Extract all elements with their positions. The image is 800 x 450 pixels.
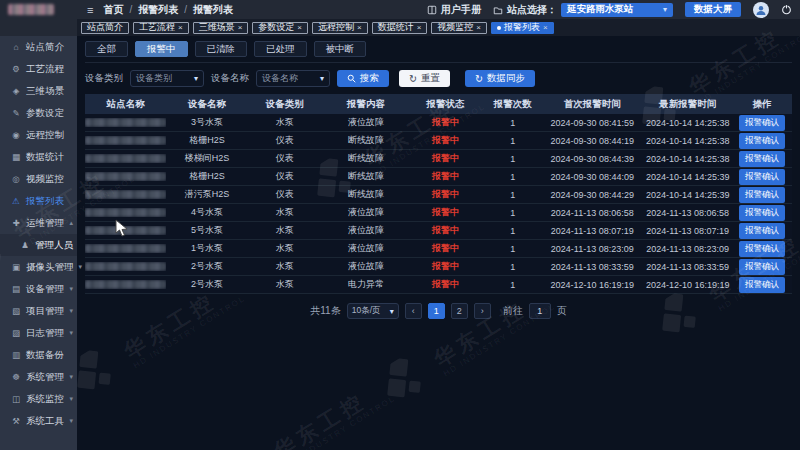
view-tab[interactable]: 三维场景× (193, 22, 249, 34)
sidebar-item-process[interactable]: ⚙工艺流程 (0, 58, 77, 80)
page-size-select[interactable]: 10条/页 ▾ (347, 303, 399, 319)
close-icon[interactable]: × (543, 23, 548, 32)
alarm-confirm-button[interactable]: 报警确认 (739, 241, 785, 257)
station-name-cell (85, 118, 166, 127)
sidebar-collapse-icon[interactable]: ≡ (87, 4, 93, 16)
sidebar-item-home[interactable]: ⌂站点简介 (0, 36, 77, 58)
view-tab-label: 远程控制 (318, 21, 354, 34)
alarm-confirm-button[interactable]: 报警确认 (739, 133, 785, 149)
goto-suffix: 页 (557, 304, 567, 318)
close-icon[interactable]: × (357, 23, 362, 32)
status-tab-被中断[interactable]: 被中断 (314, 41, 367, 57)
chevron-down-icon: ▾ (663, 5, 667, 14)
prev-page-button[interactable]: ‹ (405, 303, 422, 319)
alarm-status-cell: 报警中 (410, 242, 481, 255)
alarm-count-cell: 1 (481, 208, 545, 218)
power-icon[interactable] (781, 4, 792, 15)
close-icon[interactable]: × (178, 23, 183, 32)
view-tab[interactable]: 参数设定× (252, 22, 308, 34)
sidebar-item-data-stats[interactable]: ▦数据统计 (0, 146, 77, 168)
alarm-confirm-button[interactable]: 报警确认 (739, 169, 785, 185)
data-backup-icon: ▥ (11, 350, 21, 360)
sidebar-item-device-manage[interactable]: ▤设备管理▾ (0, 278, 77, 300)
status-tab-报警中[interactable]: 报警中 (135, 41, 188, 57)
close-icon[interactable]: × (297, 23, 302, 32)
view-tab[interactable]: 远程控制× (312, 22, 368, 34)
camera-manage-icon: ▣ (11, 262, 21, 272)
page-buttons: 12 (428, 303, 468, 319)
alarm-count-cell: 1 (481, 244, 545, 254)
status-tab-已清除[interactable]: 已清除 (195, 41, 248, 57)
redacted-station-name (85, 226, 166, 235)
sidebar-item-ops-manage[interactable]: ✚运维管理▴ (0, 212, 77, 234)
sidebar-item-project-manage[interactable]: ▧项目管理▾ (0, 300, 77, 322)
view-tab-label: 视频监控 (437, 21, 473, 34)
alarm-confirm-button[interactable]: 报警确认 (739, 151, 785, 167)
sidebar-item-video-monitor[interactable]: ◎视频监控 (0, 168, 77, 190)
data-sync-button[interactable]: ↻ 数据同步 (465, 70, 535, 87)
pagination: 共11条 10条/页 ▾ ‹ 12 › 前往 页 (85, 303, 792, 319)
sidebar-item-person[interactable]: ♟管理人员 (0, 234, 77, 256)
sidebar-item-log-manage[interactable]: ▨日志管理▾ (0, 322, 77, 344)
device-name-cell: 楼梯间H2S (166, 152, 247, 165)
view-tab[interactable]: 数据统计× (372, 22, 428, 34)
sidebar-item-system-tools[interactable]: ⚒系统工具▾ (0, 410, 77, 432)
sidebar-item-alarm-list[interactable]: ⚠报警列表 (0, 190, 77, 212)
status-tab-已处理[interactable]: 已处理 (254, 41, 307, 57)
sidebar-item-remote-control[interactable]: ◉远程控制 (0, 124, 77, 146)
alarm-confirm-button[interactable]: 报警确认 (739, 187, 785, 203)
site-select-dropdown[interactable]: 延安路雨水泵站 ▾ (561, 3, 673, 17)
alarm-confirm-button[interactable]: 报警确认 (739, 205, 785, 221)
view-tab[interactable]: 报警列表× (491, 22, 554, 34)
breadcrumb-item[interactable]: 报警列表 (138, 3, 178, 17)
sidebar-item-data-backup[interactable]: ▥数据备份 (0, 344, 77, 366)
view-tab[interactable]: 站点简介 (81, 22, 129, 34)
alarm-count-cell: 1 (481, 118, 545, 128)
active-tab-dot-icon (497, 26, 501, 30)
alarm-confirm-button[interactable]: 报警确认 (739, 115, 785, 131)
reset-button[interactable]: ↻ 重置 (399, 70, 450, 87)
system-manage-icon: ☸ (11, 372, 21, 382)
next-page-button[interactable]: › (474, 303, 491, 319)
status-tab-全部[interactable]: 全部 (85, 41, 128, 57)
close-icon[interactable]: × (417, 23, 422, 32)
goto-page-input[interactable] (529, 303, 551, 319)
sidebar-item-system-manage[interactable]: ☸系统管理▾ (0, 366, 77, 388)
big-screen-button[interactable]: 数据大屏 (685, 2, 741, 17)
device-name-select[interactable]: 设备名称 ▾ (256, 70, 330, 87)
user-manual-label: 用户手册 (441, 3, 481, 17)
page-button-2[interactable]: 2 (451, 303, 468, 319)
avatar[interactable] (753, 2, 769, 18)
close-icon[interactable]: × (476, 23, 481, 32)
sidebar-item-scene-3d[interactable]: ◈三维场景 (0, 80, 77, 102)
alarm-table: 站点名称设备名称设备类别报警内容报警状态报警次数首次报警时间最新报警时间操作3号… (85, 94, 792, 294)
last-alarm-time-cell: 2024-10-14 14:25:38 (640, 136, 735, 146)
station-name-cell (85, 244, 166, 253)
breadcrumb-item[interactable]: 首页 (103, 3, 123, 17)
user-manual-link[interactable]: 用户手册 (427, 3, 481, 17)
alarm-confirm-button[interactable]: 报警确认 (739, 223, 785, 239)
first-alarm-time-cell: 2024-11-13 08:07:19 (545, 226, 640, 236)
view-tab[interactable]: 视频监控× (431, 22, 487, 34)
view-tab-label: 工艺流程 (139, 21, 175, 34)
redacted-station-name (85, 154, 166, 163)
sidebar-item-camera-manage[interactable]: ▣摄像头管理▾ (0, 256, 77, 278)
view-tab[interactable]: 工艺流程× (133, 22, 189, 34)
sidebar-item-params[interactable]: ✎参数设定 (0, 102, 77, 124)
alarm-confirm-button[interactable]: 报警确认 (739, 259, 785, 275)
alarm-content-cell: 断线故障 (322, 152, 410, 165)
device-name-cell: 3号水泵 (166, 116, 247, 129)
device-category-cell: 仪表 (248, 134, 322, 147)
alarm-confirm-button[interactable]: 报警确认 (739, 277, 785, 293)
close-icon[interactable]: × (238, 23, 243, 32)
station-name-cell (85, 208, 166, 217)
log-manage-icon: ▨ (11, 328, 21, 338)
page-button-1[interactable]: 1 (428, 303, 445, 319)
chevron-icon: ▾ (69, 417, 73, 425)
device-name-cell: 2号水泵 (166, 278, 247, 291)
search-button[interactable]: 搜索 (337, 70, 389, 87)
breadcrumb-item[interactable]: 报警列表 (193, 3, 233, 17)
sidebar-item-system-monitor[interactable]: ◫系统监控▾ (0, 388, 77, 410)
category-select[interactable]: 设备类别 ▾ (130, 70, 204, 87)
last-alarm-time-cell: 2024-11-13 08:33:59 (640, 262, 735, 272)
